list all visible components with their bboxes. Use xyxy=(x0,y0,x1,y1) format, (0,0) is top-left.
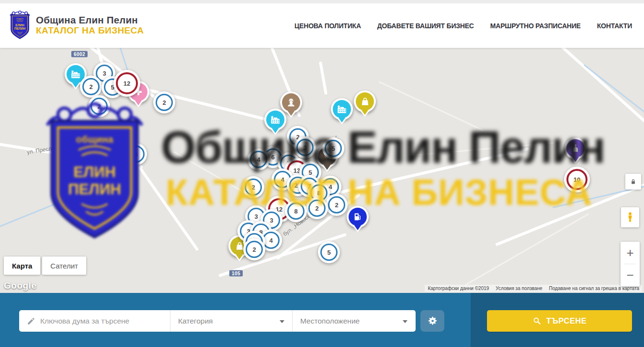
pegman-icon xyxy=(625,211,635,224)
category-select-label: Категория xyxy=(170,317,213,325)
map-cluster-marker[interactable]: 2 xyxy=(326,194,348,216)
map-cluster-marker[interactable]: 2 xyxy=(80,76,102,98)
gear-icon xyxy=(428,316,438,326)
search-submit-button[interactable]: ТЪРСЕНЕ xyxy=(487,310,632,332)
location-select[interactable]: Местоположение xyxy=(292,310,415,332)
map-road xyxy=(136,163,199,251)
site-header: Община Елин Пелин КАТАЛОГ НА БИЗНЕСА ЦЕН… xyxy=(0,0,644,48)
map-canvas[interactable]: 6002105ул. Преславбул. „Новоселци“ 32512… xyxy=(0,48,644,293)
zoom-out-button[interactable]: − xyxy=(621,264,640,286)
map-pin-marker[interactable] xyxy=(331,98,353,120)
factory-icon xyxy=(266,111,284,129)
map-pin-marker[interactable] xyxy=(347,206,369,228)
lock-button[interactable] xyxy=(625,174,641,190)
search-field-group: Категория Местоположение xyxy=(19,310,416,332)
map-road xyxy=(319,61,328,95)
map-road xyxy=(173,151,248,195)
nav-item-pricing[interactable]: ЦЕНОВА ПОЛИТИКА xyxy=(294,22,361,30)
watermark-title: Община Елин Пелин xyxy=(161,122,605,173)
lock-icon xyxy=(630,178,637,185)
map-cluster-marker[interactable]: 4 xyxy=(248,148,270,170)
map-pin-marker[interactable] xyxy=(264,109,286,131)
map-cluster-marker[interactable]: 8 xyxy=(285,200,307,222)
map-pin-marker[interactable] xyxy=(354,90,376,112)
road-number-badge: 6002 xyxy=(71,51,88,57)
brand-title: Община Елин Пелин xyxy=(36,14,144,26)
nav-item-add-business[interactable]: ДОБАВЕТЕ ВАШИЯТ БИЗНЕС xyxy=(377,22,474,30)
keyword-search-input[interactable] xyxy=(35,317,170,325)
church-icon xyxy=(566,139,585,157)
attribution-report-link[interactable]: Подаване на сигнал за грешка в картата xyxy=(549,286,639,291)
nav-item-route-schedule[interactable]: МАРШРУТНО РАЗПИСАНИЕ xyxy=(490,22,581,30)
search-submit-panel: ТЪРСЕНЕ xyxy=(471,293,644,347)
search-icon xyxy=(532,316,542,325)
map-cluster-marker[interactable]: 12 xyxy=(113,70,140,97)
map-cluster-marker[interactable]: 3 xyxy=(294,136,316,158)
attribution-terms-link[interactable]: Условия за ползване xyxy=(496,286,542,291)
watermark-crest xyxy=(41,101,148,242)
location-select-label: Местоположение xyxy=(293,317,360,325)
map-cluster-marker[interactable]: 2 xyxy=(243,238,265,260)
chevron-down-icon xyxy=(280,320,284,323)
category-select[interactable]: Категория xyxy=(170,310,292,332)
map-type-control: Карта Сателит xyxy=(4,257,86,275)
watermark-subtitle: КАТАЛОГ НА БИЗНЕСА xyxy=(166,171,592,213)
bag-icon xyxy=(356,92,374,111)
search-submit-label: ТЪРСЕНЕ xyxy=(546,316,587,325)
zoom-in-button[interactable]: + xyxy=(621,242,640,264)
map-cluster-marker[interactable]: 2 xyxy=(153,91,175,113)
map-cluster-marker[interactable]: 3 xyxy=(125,143,147,165)
map-cluster-marker[interactable]: 5 xyxy=(318,241,340,263)
advanced-settings-button[interactable] xyxy=(420,310,444,332)
map-cluster-marker[interactable]: 2 xyxy=(306,197,328,219)
attribution-copyright: Картографски данни ©2019 xyxy=(428,286,489,291)
map-cluster-marker[interactable]: 5 xyxy=(322,137,344,159)
map-water-line xyxy=(0,196,74,231)
keyword-segment xyxy=(19,310,170,332)
map-road xyxy=(555,48,644,149)
search-bar-section: Категория Местоположение ТЪРСЕНЕ xyxy=(0,293,644,347)
map-road xyxy=(333,147,530,195)
map-pin-marker[interactable] xyxy=(565,137,587,159)
map-cluster-marker[interactable]: 2 xyxy=(242,176,264,198)
chevron-down-icon xyxy=(403,320,407,323)
top-strip xyxy=(0,0,644,3)
municipality-crest-icon xyxy=(9,11,31,40)
fuel-icon xyxy=(349,208,367,226)
main-nav: ЦЕНОВА ПОЛИТИКА ДОБАВЕТЕ ВАШИЯТ БИЗНЕС М… xyxy=(294,3,632,48)
site-logo[interactable]: Община Елин Пелин КАТАЛОГ НА БИЗНЕСА xyxy=(9,11,144,40)
brand-subtitle: КАТАЛОГ НА БИЗНЕСА xyxy=(36,25,144,36)
road-number-badge: 105 xyxy=(229,270,243,277)
map-cluster-marker[interactable]: 10 xyxy=(564,167,590,192)
street-view-pegman-button[interactable] xyxy=(621,207,639,227)
map-road xyxy=(464,213,589,286)
nav-item-contacts[interactable]: КОНТАКТИ xyxy=(597,22,632,30)
zoom-control: + − xyxy=(621,242,640,286)
map-attribution: Картографски данни ©2019 Условия за полз… xyxy=(425,285,642,292)
map-road xyxy=(412,142,555,156)
map-cluster-marker[interactable]: 2 xyxy=(88,95,110,117)
pencil-icon xyxy=(27,317,35,325)
map-road xyxy=(379,81,484,131)
map-type-satellite-button[interactable]: Сателит xyxy=(42,257,86,275)
map-type-map-button[interactable]: Карта xyxy=(4,257,40,275)
google-logo[interactable]: Google xyxy=(4,280,36,291)
map-road xyxy=(0,141,143,168)
factory-icon xyxy=(333,100,351,118)
